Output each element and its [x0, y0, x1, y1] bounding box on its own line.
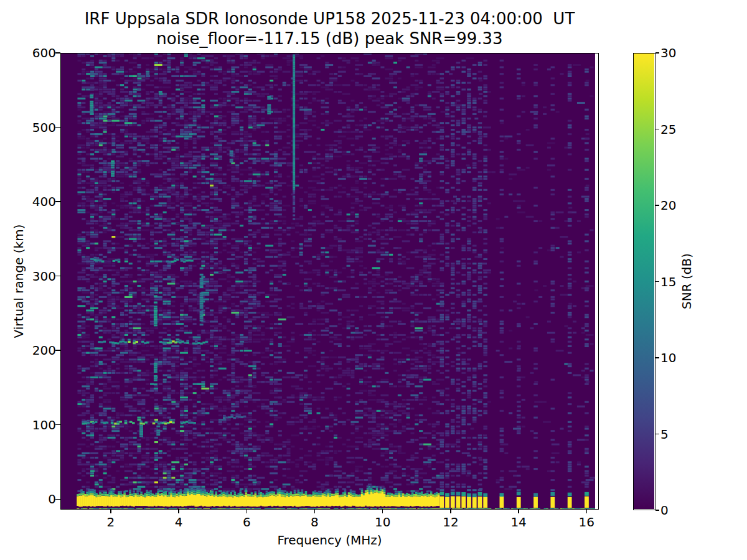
x-tick-mark — [314, 510, 316, 513]
colorbar-tick-label: 0 — [660, 502, 692, 518]
x-tick-mark — [247, 510, 248, 513]
colorbar-tick-mark — [655, 281, 659, 282]
chart-title: IRF Uppsala SDR Ionosonde UP158 2025-11-… — [60, 9, 599, 29]
colorbar-tick-mark — [655, 357, 659, 358]
y-tick-mark — [55, 52, 60, 54]
x-tick-mark — [178, 510, 179, 513]
colorbar-tick-label: 15 — [660, 274, 692, 290]
y-tick-label: 200 — [25, 342, 56, 358]
chart-subtitle: noise_floor=-117.15 (dB) peak SNR=99.33 — [60, 29, 599, 49]
y-tick-label: 600 — [25, 45, 56, 61]
y-tick-mark — [55, 276, 60, 277]
colorbar-tick-mark — [655, 205, 659, 206]
x-tick-label: 16 — [568, 514, 605, 530]
colorbar-tick-label: 10 — [660, 350, 692, 366]
colorbar-tick-mark — [655, 129, 659, 130]
colorbar-tick-mark — [655, 510, 659, 511]
y-tick-mark — [55, 127, 60, 128]
y-tick-label: 0 — [25, 491, 56, 507]
y-tick-mark — [55, 201, 60, 202]
x-tick-mark — [586, 510, 588, 513]
x-tick-label: 6 — [228, 514, 265, 530]
x-tick-label: 12 — [432, 514, 469, 530]
y-tick-label: 400 — [25, 194, 56, 210]
x-tick-mark — [450, 510, 451, 513]
x-axis-label: Frequency (MHz) — [60, 532, 599, 548]
x-tick-mark — [382, 510, 383, 513]
y-tick-label: 300 — [25, 268, 56, 284]
x-tick-label: 2 — [92, 514, 129, 530]
colorbar-tick-label: 5 — [660, 426, 692, 442]
x-tick-mark — [110, 510, 111, 513]
colorbar-tick-label: 30 — [660, 45, 692, 61]
x-tick-label: 14 — [500, 514, 537, 530]
y-tick-mark — [55, 424, 60, 426]
y-tick-label: 500 — [25, 119, 56, 136]
y-tick-label: 100 — [25, 417, 56, 433]
colorbar-tick-label: 25 — [660, 121, 692, 138]
x-tick-mark — [518, 510, 519, 513]
heatmap-canvas — [61, 54, 595, 509]
y-tick-mark — [55, 350, 60, 351]
colorbar-tick-label: 20 — [660, 197, 692, 213]
colorbar-tick-mark — [655, 52, 659, 54]
colorbar-tick-mark — [655, 434, 659, 435]
colorbar-canvas — [634, 54, 654, 509]
x-tick-label: 10 — [364, 514, 402, 530]
ionogram-figure: IRF Uppsala SDR Ionosonde UP158 2025-11-… — [0, 0, 747, 560]
x-tick-label: 8 — [296, 514, 333, 530]
y-tick-mark — [55, 499, 60, 500]
x-tick-label: 4 — [160, 514, 197, 530]
